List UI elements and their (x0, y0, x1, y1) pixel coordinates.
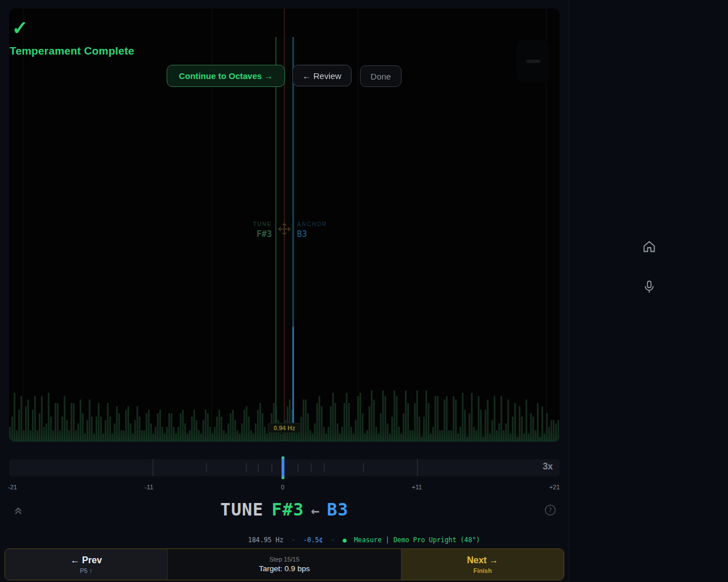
continue-to-octaves-button[interactable]: Continue to Octaves → (167, 65, 285, 87)
tuner-app: TUNE F#3 ANCHOR B3 0.94 Hz ✓ Temperament… (0, 0, 728, 582)
home-icon[interactable] (642, 239, 657, 254)
step-counter: Step 15/15 (269, 556, 299, 563)
zoom-level-label: 3x (543, 462, 553, 472)
step-navigation: ← Prev P5 ↑ Step 15/15 Target: 0.9 bps N… (5, 548, 564, 580)
tick-mark (417, 459, 418, 476)
tick-label: +11 (412, 484, 422, 490)
gridline (23, 9, 23, 442)
anchor-tag-label: ANCHOR (297, 221, 327, 227)
anchor-note: B3 (327, 500, 349, 519)
prev-sub-label: P5 ↑ (80, 567, 92, 574)
anchor-tag-note: B3 (297, 229, 327, 239)
tune-tag-label: TUNE (253, 221, 272, 227)
separator-dot: · (331, 536, 335, 544)
step-target: Target: 0.9 bps (259, 564, 309, 573)
tick-label: -11 (144, 484, 153, 490)
help-button[interactable]: ? (544, 504, 556, 516)
review-button[interactable]: ← Review (292, 65, 351, 86)
current-note-display: TUNEF#3←B3 (0, 500, 569, 519)
note-action: TUNE (220, 500, 263, 519)
tick-mark (363, 463, 364, 472)
direction-arrow: ← (311, 502, 320, 519)
next-step-button[interactable]: Next → Finish (402, 549, 564, 580)
microphone-icon[interactable] (642, 279, 656, 294)
tick-mark (246, 463, 247, 472)
tick-label: -21 (8, 484, 17, 490)
spectrum-panel: TUNE F#3 ANCHOR B3 0.94 Hz ✓ Temperament… (9, 9, 560, 442)
tick-label: +21 (549, 484, 560, 490)
minimize-button[interactable] (516, 40, 549, 82)
tune-tag: TUNE F#3 (253, 221, 272, 239)
done-button[interactable]: Done (360, 65, 402, 87)
tick-mark (271, 463, 272, 472)
help-icon: ? (549, 506, 552, 513)
right-sidebar (569, 0, 728, 582)
cents-readout: -0.5¢ (303, 536, 323, 544)
next-label: Next → (467, 555, 498, 566)
gridline (358, 9, 358, 442)
tick-mark (258, 463, 259, 472)
panel-baseline (9, 440, 560, 442)
tick-mark (297, 463, 299, 472)
mode-bullet-icon: ● (343, 536, 347, 544)
minimize-icon (526, 60, 540, 63)
frequency-readout: 184.95 Hz (248, 536, 283, 544)
separator-dot: · (291, 536, 295, 544)
cents-zoom-strip[interactable]: 3x (9, 459, 560, 476)
pitch-indicator[interactable] (282, 456, 284, 479)
tune-tag-note: F#3 (253, 229, 272, 239)
tune-note: F#3 (271, 500, 304, 519)
success-check-icon: ✓ (12, 16, 28, 39)
tick-mark (324, 463, 325, 472)
anchor-tag: ANCHOR B3 (297, 221, 327, 239)
tick-label: 0 (281, 484, 284, 490)
prev-label: ← Prev (71, 555, 102, 566)
session-label: Measure | Demo Pro Upright (48") (354, 536, 480, 544)
beat-rate-badge: 0.94 Hz (268, 423, 301, 433)
prev-step-button[interactable]: ← Prev P5 ↑ (5, 549, 167, 580)
tick-mark (206, 463, 207, 472)
move-handle-icon[interactable] (277, 222, 292, 236)
note-bar: TUNEF#3←B3 ? (0, 499, 569, 523)
anchor-line (292, 327, 294, 425)
next-sub-label: Finish (473, 567, 491, 574)
completion-title: Temperament Complete (10, 45, 134, 57)
tick-mark (311, 463, 312, 472)
step-info: Step 15/15 Target: 0.9 bps (167, 549, 402, 580)
tick-mark (152, 459, 154, 476)
